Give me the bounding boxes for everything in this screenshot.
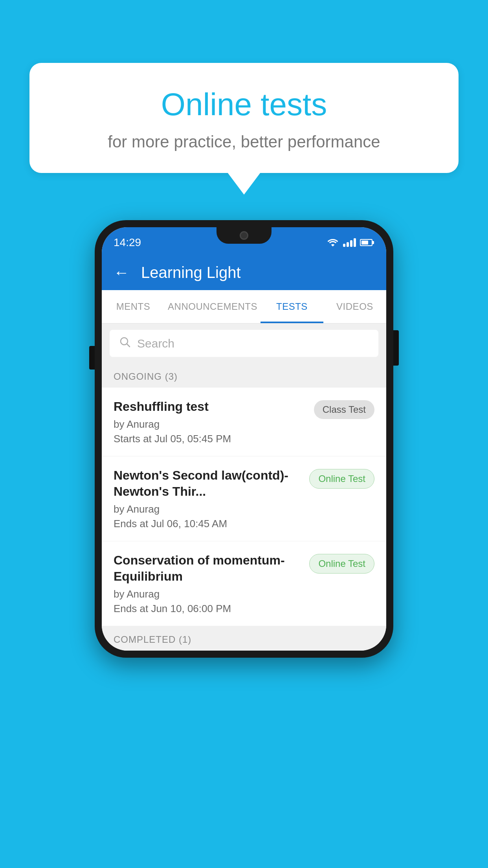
test-info-2: Newton's Second law(contd)-Newton's Thir… [114,467,309,530]
speech-bubble-subtitle: for more practice, better performance [57,132,431,151]
test-item-2[interactable]: Newton's Second law(contd)-Newton's Thir… [102,456,386,541]
status-time: 14:29 [114,236,141,249]
test-badge-1: Class Test [314,400,374,419]
ongoing-label: ONGOING (3) [114,371,178,382]
tab-ments[interactable]: MENTS [102,290,165,323]
test-author-3: by Anurag [114,588,301,600]
back-button[interactable]: ← [114,264,129,281]
speech-bubble: Online tests for more practice, better p… [29,63,459,173]
phone-outer: 14:29 [95,220,393,658]
speech-bubble-title: Online tests [57,86,431,123]
signal-icon [343,238,356,247]
test-name-2: Newton's Second law(contd)-Newton's Thir… [114,467,301,500]
battery-icon [360,239,372,246]
test-info-1: Reshuffling test by Anurag Starts at Jul… [114,399,314,445]
phone-camera [240,231,248,240]
tabs-container: MENTS ANNOUNCEMENTS TESTS VIDEOS [102,290,386,324]
tests-list: Reshuffling test by Anurag Starts at Jul… [102,388,386,626]
search-container: Search [102,324,386,363]
completed-section-header: COMPLETED (1) [102,626,386,651]
test-date-2: Ends at Jul 06, 10:45 AM [114,518,301,530]
ongoing-section-header: ONGOING (3) [102,363,386,388]
test-date-3: Ends at Jun 10, 06:00 PM [114,603,301,615]
tab-announcements[interactable]: ANNOUNCEMENTS [165,290,261,323]
status-icons [327,238,372,247]
phone-inner: 14:29 [102,227,386,651]
test-author-2: by Anurag [114,503,301,515]
wifi-icon [327,238,339,247]
app-header: ← Learning Light [102,255,386,290]
svg-line-1 [127,344,130,347]
tab-tests[interactable]: TESTS [261,290,323,323]
tab-videos[interactable]: VIDEOS [323,290,386,323]
search-placeholder-text: Search [137,337,174,350]
test-badge-3: Online Test [309,554,374,574]
app-title: Learning Light [141,264,241,281]
phone-container: 14:29 [95,220,393,658]
speech-bubble-container: Online tests for more practice, better p… [29,63,459,173]
test-item-1[interactable]: Reshuffling test by Anurag Starts at Jul… [102,388,386,456]
phone-notch [216,227,272,244]
battery-fill [361,241,368,245]
search-icon [119,336,131,351]
test-name-1: Reshuffling test [114,399,306,415]
test-date-1: Starts at Jul 05, 05:45 PM [114,433,306,445]
completed-label: COMPLETED (1) [114,634,191,645]
test-info-3: Conservation of momentum-Equilibrium by … [114,552,309,615]
test-badge-2: Online Test [309,469,374,489]
search-bar[interactable]: Search [110,330,378,357]
test-name-3: Conservation of momentum-Equilibrium [114,552,301,585]
test-item-3[interactable]: Conservation of momentum-Equilibrium by … [102,541,386,626]
test-author-1: by Anurag [114,418,306,430]
